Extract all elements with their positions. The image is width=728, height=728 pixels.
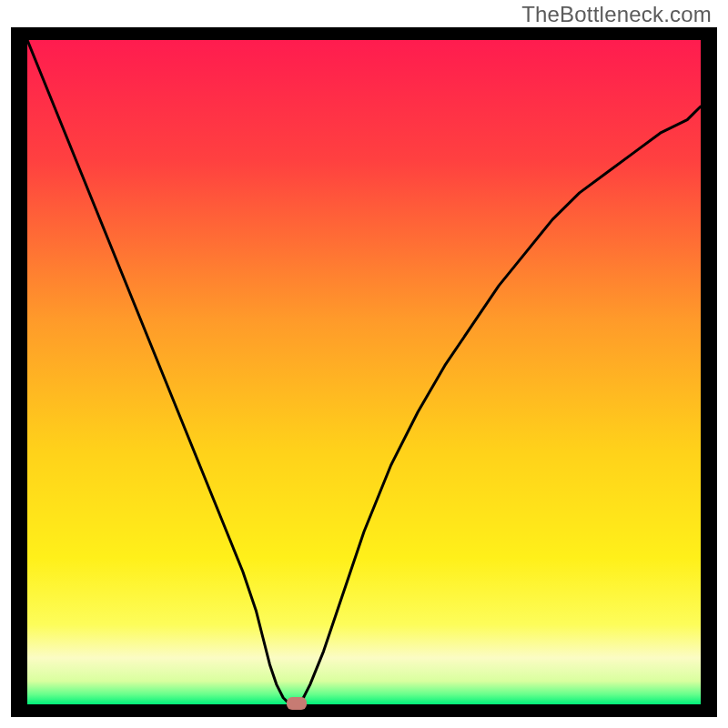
chart-stage: TheBottleneck.com xyxy=(0,0,728,728)
minimum-marker xyxy=(287,697,307,710)
plot-area xyxy=(27,40,701,704)
chart-frame xyxy=(11,27,717,717)
watermark-text: TheBottleneck.com xyxy=(521,2,712,27)
bottleneck-curve xyxy=(27,40,701,704)
